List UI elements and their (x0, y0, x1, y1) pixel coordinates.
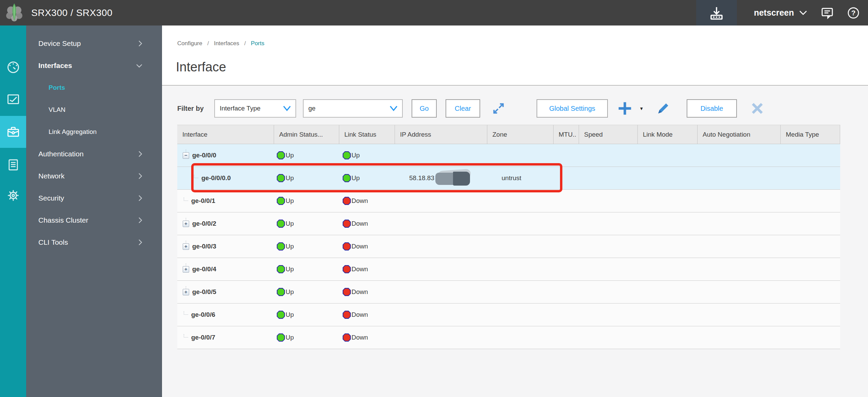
interface-name: ge-0/0/6 (191, 311, 215, 318)
filter-value-dropdown[interactable]: ge (303, 99, 403, 118)
column-header: Speed (579, 125, 638, 144)
chevron-down-icon (135, 63, 143, 68)
empty-cell (698, 304, 781, 326)
collapse-icon[interactable]: − (183, 152, 189, 159)
empty-cell (638, 304, 698, 326)
menu-label: Ports (49, 84, 65, 91)
administration-icon (6, 189, 20, 202)
interface-name: ge-0/0/4 (192, 265, 216, 273)
edit-button[interactable] (654, 99, 672, 118)
nav-reports[interactable] (0, 149, 26, 181)
expand-icon[interactable]: + (183, 243, 189, 250)
status-text: Up (351, 174, 360, 182)
commit-button[interactable] (696, 0, 737, 25)
add-button[interactable] (617, 99, 633, 118)
nav-administration[interactable] (0, 179, 26, 211)
maximize-icon (492, 102, 505, 115)
status-down-icon: Down (343, 265, 368, 273)
empty-cell (698, 167, 781, 189)
tree-branch-icon (184, 197, 188, 201)
tree-branch-icon (194, 175, 198, 178)
global-settings-button[interactable]: Global Settings (537, 99, 608, 118)
status-text: Down (351, 243, 368, 250)
juniper-logo (4, 3, 24, 23)
table-row[interactable]: ge-0/0/1UpDown (177, 190, 840, 212)
feedback-button[interactable] (820, 6, 834, 20)
breadcrumb-ports[interactable]: Ports (251, 40, 265, 47)
nav-icon-strip (0, 25, 26, 397)
sidebar-item-cli-tools[interactable]: CLI Tools (26, 231, 162, 253)
empty-cell (781, 326, 840, 349)
add-menu-caret[interactable]: ▼ (637, 99, 646, 118)
nav-configure[interactable] (0, 116, 26, 148)
column-header: Link Status (339, 125, 395, 144)
status-text: Up (286, 288, 294, 296)
nav-monitor[interactable] (0, 83, 26, 115)
go-button[interactable]: Go (412, 99, 437, 118)
status-down-icon: Down (343, 288, 368, 296)
table-row[interactable]: +ge-0/0/4UpDown (177, 258, 840, 281)
empty-cell (579, 167, 638, 189)
sidebar-item-device-setup[interactable]: Device Setup (26, 32, 162, 54)
empty-cell (554, 304, 579, 326)
table-row[interactable]: +ge-0/0/3UpDown (177, 235, 840, 258)
sidebar-item-vlan[interactable]: VLAN (26, 99, 162, 121)
clear-button[interactable]: Clear (446, 99, 480, 118)
expand-icon[interactable]: + (183, 221, 189, 227)
status-up-icon: Up (277, 242, 294, 251)
status-text: Up (286, 152, 294, 159)
sidebar-item-authentication[interactable]: Authentication (26, 143, 162, 165)
status-text: Down (351, 197, 368, 205)
table-row[interactable]: ge-0/0/7UpDown (177, 326, 840, 349)
status-text: Up (286, 174, 294, 182)
dashboard-icon (6, 61, 20, 74)
status-up-icon: Up (277, 220, 294, 228)
sidebar-item-interfaces[interactable]: Interfaces (26, 54, 162, 76)
table-row[interactable]: ge-0/0/6UpDown (177, 304, 840, 326)
expand-icon[interactable]: + (183, 266, 189, 273)
chevron-right-icon (137, 40, 143, 47)
tree-branch-icon (184, 311, 188, 315)
breadcrumb-configure[interactable]: Configure (177, 40, 202, 47)
delete-button[interactable] (748, 99, 766, 118)
empty-cell (781, 212, 840, 235)
table-row[interactable]: ge-0/0/0.0UpUp58.18.83untrust (177, 167, 840, 190)
ip-address: 58.18.83 (409, 174, 434, 182)
sidebar-item-security[interactable]: Security (26, 187, 162, 209)
sidebar-item-network[interactable]: Network (26, 165, 162, 187)
reports-icon (7, 158, 20, 171)
menu-label: Authentication (38, 150, 84, 158)
configure-icon (6, 125, 20, 139)
chevron-down-icon (389, 105, 398, 112)
menu-label: Device Setup (38, 39, 81, 48)
table-row[interactable]: +ge-0/0/2UpDown (177, 212, 840, 235)
chevron-right-icon (137, 172, 143, 180)
nav-dashboard[interactable] (0, 51, 26, 83)
disable-button[interactable]: Disable (687, 99, 737, 118)
table-row[interactable]: +ge-0/0/5UpDown (177, 281, 840, 304)
menu-label: Security (38, 194, 64, 202)
expand-icon[interactable]: + (183, 289, 189, 295)
table-row[interactable]: −ge-0/0/0UpUp (177, 144, 840, 167)
user-menu[interactable]: netscreen (754, 8, 808, 18)
breadcrumb-interfaces[interactable]: Interfaces (214, 40, 239, 47)
dropdown-value: Interface Type (220, 105, 260, 112)
empty-cell (638, 212, 698, 235)
sidebar-item-ports[interactable]: Ports (26, 76, 162, 99)
device-title: SRX300 / SRX300 (31, 0, 112, 25)
empty-cell (638, 258, 698, 280)
empty-cell (781, 144, 840, 167)
empty-cell (698, 235, 781, 258)
filter-type-dropdown[interactable]: Interface Type (214, 99, 296, 118)
sidebar-item-link-aggregation[interactable]: Link Aggregation (26, 121, 162, 143)
empty-cell (554, 144, 579, 167)
status-down-icon: Down (343, 242, 368, 251)
sidebar-item-chassis-cluster[interactable]: Chassis Cluster (26, 209, 162, 231)
empty-cell (579, 258, 638, 280)
close-icon (751, 102, 764, 115)
help-button[interactable]: ? (847, 6, 860, 19)
expand-table-button[interactable] (490, 99, 507, 118)
empty-cell (781, 281, 840, 303)
empty-cell (579, 235, 638, 258)
menu-label: Link Aggregation (49, 128, 97, 136)
